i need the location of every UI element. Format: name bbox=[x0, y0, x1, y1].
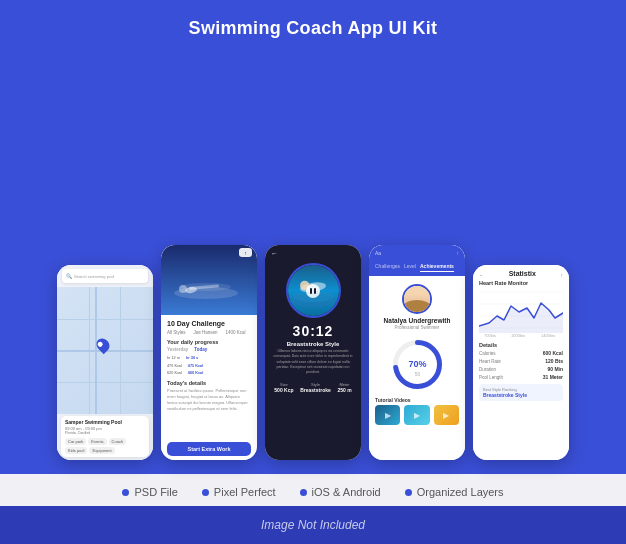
stat-pool-length: Pool Length 31 Meter bbox=[479, 374, 563, 380]
level-progression-area: 70% 50 bbox=[369, 337, 465, 392]
share-stats-icon[interactable]: ↑ bbox=[560, 272, 563, 278]
footer-text: Image Not Included bbox=[261, 518, 365, 532]
meta-styles: All Styles bbox=[167, 330, 186, 335]
profile-top-bar: Aa ↑ bbox=[369, 245, 465, 263]
tutorial-thumb-2[interactable]: ▶ bbox=[404, 405, 429, 425]
stroke-style-label: Breaststroke Style bbox=[287, 341, 340, 347]
best-style-value: Breaststroke Style bbox=[483, 392, 559, 398]
swimmer-silhouette bbox=[171, 275, 241, 305]
svg-text:1000bts: 1000bts bbox=[511, 333, 525, 338]
challenge-content: 10 Day Challenge All Styles Joe Hansen 1… bbox=[161, 315, 257, 438]
heart-rate-chart: 700bts 1000bts 1400bts bbox=[479, 288, 563, 338]
profile-section: Natalya Undergrewith Professional Swimme… bbox=[369, 276, 465, 335]
tag-carpark: Car park bbox=[65, 438, 86, 445]
feature-dot-pixel bbox=[202, 489, 209, 496]
yesterday-label: Yesterday bbox=[167, 347, 188, 352]
share-profile-icon: ↑ bbox=[457, 250, 460, 256]
svg-text:700bts: 700bts bbox=[484, 333, 496, 338]
tab-achievements[interactable]: Achievements bbox=[420, 263, 454, 272]
challenge-hero-image: ↑ bbox=[161, 245, 257, 315]
feature-layers-label: Organized Layers bbox=[417, 486, 504, 498]
features-bar: PSD File Pixel Perfect iOS & Android Org… bbox=[0, 474, 626, 506]
feature-dot-layers bbox=[405, 489, 412, 496]
feature-dot-ios bbox=[300, 489, 307, 496]
timer-description: Ullamco laboris nisi ut aliquip ex ea co… bbox=[265, 349, 361, 375]
share-icon[interactable]: ↑ bbox=[239, 248, 252, 257]
phones-strip: 🔍 Search swimming pool Samper Swimming P… bbox=[0, 51, 626, 474]
phone-stats: ← Statistix ↑ Heart Rate Monitor 70 bbox=[473, 265, 569, 460]
tab-level[interactable]: Level bbox=[404, 263, 416, 272]
info-size: Size 500 Kcp bbox=[274, 382, 293, 393]
details-label: Details bbox=[479, 342, 563, 348]
pool-info-card: Samper Swimming Pool 09:00 am - 09:00 pm… bbox=[61, 416, 149, 457]
svg-text:1400bts: 1400bts bbox=[541, 333, 555, 338]
search-icon: 🔍 bbox=[66, 273, 72, 279]
start-button[interactable]: Start Extra Work bbox=[167, 442, 251, 456]
stat-heart-rate: Heart Rate 120 Bts bbox=[479, 358, 563, 364]
tag-kids: Kids pool bbox=[65, 447, 87, 454]
tag-events: Events bbox=[88, 438, 106, 445]
feature-pixel-label: Pixel Perfect bbox=[214, 486, 276, 498]
pool-address: Florida, Casified bbox=[65, 431, 145, 436]
tutorial-thumb-3[interactable]: ▶ bbox=[434, 405, 459, 425]
challenge-meta: All Styles Joe Hansen 1400 Kcal bbox=[167, 330, 251, 335]
phone-profile: Aa ↑ Challenges Level Achievements Natal… bbox=[369, 245, 465, 460]
tutorial-thumb-1[interactable]: ▶ bbox=[375, 405, 400, 425]
svg-point-3 bbox=[179, 285, 187, 293]
info-meter: Meter 250 m bbox=[337, 382, 351, 393]
timer-info-row: Size 500 Kcp Style Breaststroke Meter 25… bbox=[265, 378, 361, 393]
tutorial-videos-label: Tutorial Videos bbox=[369, 394, 465, 405]
meta-calories: 1400 Kcal bbox=[226, 330, 246, 335]
today-details-text: Praesent ut facilisis ipsum. Pellentesqu… bbox=[167, 388, 251, 412]
today-label: Today bbox=[194, 347, 207, 352]
search-text: Search swimming pool bbox=[74, 274, 114, 279]
tab-challenges[interactable]: Challenges bbox=[375, 263, 400, 272]
search-bar[interactable]: 🔍 Search swimming pool bbox=[62, 269, 148, 283]
phone-challenge: ↑ 10 Day Challenge All Styles Joe Hansen… bbox=[161, 245, 257, 460]
stat-duration: Duration 90 Min bbox=[479, 366, 563, 372]
feature-dot-psd bbox=[122, 489, 129, 496]
feature-psd-label: PSD File bbox=[134, 486, 177, 498]
svg-text:70%: 70% bbox=[408, 359, 426, 369]
phone-timer: ← bbox=[265, 245, 361, 460]
best-style-box: Best Style Ranking Breaststroke Style bbox=[479, 384, 563, 401]
avatar bbox=[402, 284, 432, 314]
meta-trainer: Joe Hansen bbox=[194, 330, 218, 335]
feature-layers: Organized Layers bbox=[405, 486, 504, 498]
progress-compare: Yesterday Today bbox=[167, 347, 251, 352]
feature-pixel: Pixel Perfect bbox=[202, 486, 276, 498]
swimmer-role: Professional Swimmer bbox=[395, 325, 440, 330]
today-details-label: Today's details bbox=[167, 380, 251, 386]
progress-rows: hr 12 mhr 34 s 476 Kcal475 Kcal 620 Kcal… bbox=[167, 355, 251, 378]
tutorial-thumbnails: ▶ ▶ ▶ bbox=[369, 405, 465, 425]
feature-ios: iOS & Android bbox=[300, 486, 381, 498]
feature-psd: PSD File bbox=[122, 486, 177, 498]
profile-icon: Aa bbox=[375, 250, 381, 256]
heart-rate-label: Heart Rate Monitor bbox=[479, 280, 563, 286]
feature-ios-label: iOS & Android bbox=[312, 486, 381, 498]
stats-header: ← Statistix ↑ bbox=[479, 270, 563, 280]
swimmer-photo bbox=[286, 263, 341, 318]
progress-ring: 70% 50 bbox=[390, 337, 445, 392]
map-area bbox=[57, 287, 153, 414]
pool-name: Samper Swimming Pool bbox=[65, 419, 145, 425]
daily-progress-label: Your daily progress bbox=[167, 339, 251, 345]
back-arrow[interactable]: ← bbox=[265, 245, 361, 259]
swimmer-name: Natalya Undergrewith bbox=[384, 317, 451, 324]
stats-details: Calories 600 Kcal Heart Rate 120 Bts Dur… bbox=[479, 350, 563, 382]
svg-text:50: 50 bbox=[414, 371, 420, 377]
tag-equip: Equipment bbox=[89, 447, 114, 454]
phone-map: 🔍 Search swimming pool Samper Swimming P… bbox=[57, 265, 153, 460]
stats-title: Statistix bbox=[509, 270, 536, 277]
page-header: Swimming Coach App UI Kit bbox=[0, 0, 626, 51]
pause-button[interactable] bbox=[306, 284, 320, 298]
profile-tabs: Challenges Level Achievements bbox=[369, 263, 465, 276]
svg-marker-17 bbox=[479, 303, 563, 333]
challenge-title: 10 Day Challenge bbox=[167, 320, 251, 327]
timer-display: 30:12 bbox=[293, 323, 334, 339]
stat-calories: Calories 600 Kcal bbox=[479, 350, 563, 356]
tag-coach: Coach bbox=[109, 438, 127, 445]
info-style: Style Breaststroke bbox=[300, 382, 331, 393]
facility-tags: Car park Events Coach Kids pool Equipmen… bbox=[65, 438, 145, 454]
back-arrow-stats[interactable]: ← bbox=[479, 272, 484, 278]
